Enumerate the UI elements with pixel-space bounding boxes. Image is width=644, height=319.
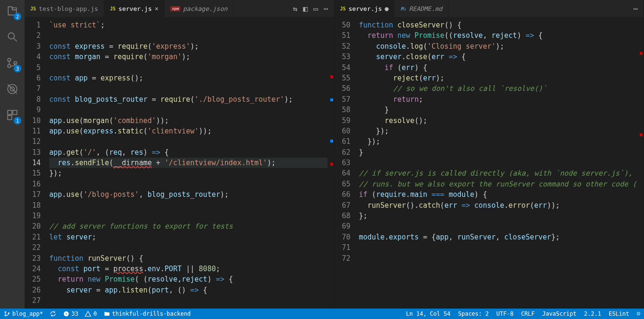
tab-server-js[interactable]: JSserver.js● xyxy=(335,0,395,17)
code-line[interactable]: // add server functions to export for te… xyxy=(49,221,327,231)
cursor-position[interactable]: Ln 14, Col 54 xyxy=(406,310,450,317)
more-icon[interactable]: ⋯ xyxy=(633,4,638,13)
code-line[interactable]: const morgan = require('morgan'); xyxy=(49,52,327,62)
sync-button[interactable] xyxy=(50,310,56,317)
tab-actions-left: ⇆ ◧ ▭ ⋯ xyxy=(293,0,334,17)
source-control-icon[interactable]: 3 xyxy=(6,57,18,71)
code-left[interactable]: `use strict`; const express = require('e… xyxy=(49,17,327,309)
code-line[interactable]: app.get('/', (req, res) => { xyxy=(49,147,327,158)
split-right-icon[interactable]: ◧ xyxy=(303,4,308,13)
code-line[interactable]: // runs. but we also export the runServe… xyxy=(359,179,637,189)
code-line[interactable]: return; xyxy=(359,94,637,105)
code-line[interactable] xyxy=(359,253,637,264)
language-mode[interactable]: JavaScript xyxy=(542,310,576,317)
line-number: 2 xyxy=(25,30,41,41)
linter-name[interactable]: ESLint xyxy=(609,310,629,317)
folder-indicator[interactable]: thinkful-drills-backend xyxy=(104,310,191,317)
code-line[interactable]: } xyxy=(359,147,637,158)
explorer-icon[interactable]: 2 xyxy=(6,5,18,18)
code-line[interactable]: }; xyxy=(359,211,637,221)
code-line[interactable]: } xyxy=(359,105,637,115)
line-number: 15 xyxy=(25,168,41,178)
code-line[interactable]: app.use(morgan('combined')); xyxy=(49,115,327,126)
code-line[interactable]: }); xyxy=(359,126,637,136)
js-icon: JS xyxy=(30,6,36,11)
line-number: 64 xyxy=(335,168,351,178)
search-icon[interactable] xyxy=(6,31,18,44)
code-line[interactable]: server.close(err => { xyxy=(359,52,637,62)
code-line[interactable]: return new Promise((resolve, reject) => … xyxy=(359,30,637,41)
code-line[interactable]: let server; xyxy=(49,232,327,242)
code-line[interactable] xyxy=(49,295,327,306)
js-icon: JS xyxy=(340,6,346,11)
minimap-right[interactable] xyxy=(637,17,644,309)
code-line[interactable] xyxy=(359,158,637,168)
debug-icon[interactable] xyxy=(6,83,18,97)
eol[interactable]: CRLF xyxy=(521,310,535,317)
book-icon[interactable]: ▭ xyxy=(313,4,318,13)
code-line[interactable]: // if server.js is called directly (aka,… xyxy=(359,168,637,178)
line-number: 19 xyxy=(25,211,41,221)
warnings-indicator[interactable]: 0 xyxy=(85,310,97,317)
code-line[interactable]: if (err) { xyxy=(359,62,637,73)
code-line[interactable]: function closeServer() { xyxy=(359,20,637,30)
code-line[interactable] xyxy=(49,136,327,147)
code-line[interactable]: res.sendFile(__dirname + '/clientview/in… xyxy=(49,158,327,168)
code-line[interactable]: if (require.main === module) { xyxy=(359,189,637,200)
code-line[interactable]: `use strict`; xyxy=(49,20,327,30)
tab-server-js[interactable]: JSserver.js× xyxy=(104,0,165,17)
code-line[interactable] xyxy=(49,62,327,73)
line-number: 52 xyxy=(335,41,351,52)
indentation[interactable]: Spaces: 2 xyxy=(458,310,489,317)
code-line[interactable]: function runServer() { xyxy=(49,253,327,264)
code-line[interactable] xyxy=(359,242,637,253)
more-icon[interactable]: ⋯ xyxy=(324,4,328,13)
code-line[interactable]: reject(err); xyxy=(359,73,637,83)
code-line[interactable]: return new Promise( (resolve,reject) => … xyxy=(49,274,327,284)
compare-icon[interactable]: ⇆ xyxy=(293,4,298,13)
npm-icon: npm xyxy=(170,6,180,11)
line-number: 26 xyxy=(25,285,41,295)
code-line[interactable] xyxy=(49,242,327,253)
code-line[interactable]: runServer().catch(err => console.error(e… xyxy=(359,200,637,211)
tab-package-json[interactable]: npmpackage.json xyxy=(165,0,233,17)
tab-label: server.js xyxy=(349,5,382,12)
code-line[interactable]: }); xyxy=(49,168,327,178)
code-line[interactable]: console.log('Closing server'); xyxy=(359,41,637,52)
line-number: 50 xyxy=(335,20,351,30)
code-right[interactable]: function closeServer() { return new Prom… xyxy=(359,17,637,309)
code-line[interactable] xyxy=(49,211,327,221)
code-line[interactable]: const express = require('express'); xyxy=(49,41,327,52)
code-line[interactable] xyxy=(49,83,327,94)
line-number: 70 xyxy=(335,232,351,242)
feedback-icon[interactable]: ☺ xyxy=(637,310,640,317)
code-line[interactable]: app.use(express.static('clientview')); xyxy=(49,126,327,136)
encoding[interactable]: UTF-8 xyxy=(496,310,513,317)
tab-test-blog-app-js[interactable]: JStest-blog-app.js xyxy=(25,0,104,17)
code-line[interactable]: const blog_posts_router = require('./blo… xyxy=(49,94,327,105)
minimap-left[interactable] xyxy=(327,17,334,309)
close-icon[interactable]: × xyxy=(155,5,159,12)
code-line[interactable] xyxy=(359,221,637,231)
branch-indicator[interactable]: blog_app* xyxy=(4,310,43,317)
code-line[interactable] xyxy=(49,179,327,189)
line-number: 5 xyxy=(25,62,41,73)
code-line[interactable]: server = app.listen(port, () => { xyxy=(49,285,327,295)
code-line[interactable] xyxy=(49,105,327,115)
line-number: 67 xyxy=(335,200,351,211)
extensions-icon[interactable]: 1 xyxy=(6,109,18,123)
code-line[interactable]: }); xyxy=(359,136,637,147)
code-line[interactable]: const app = express(); xyxy=(49,73,327,83)
errors-indicator[interactable]: x 33 xyxy=(63,310,78,317)
code-line[interactable]: module.exports = {app, runServer, closeS… xyxy=(359,232,637,242)
code-line[interactable]: // so we don't also call `resolve()` xyxy=(359,83,637,94)
extension-version[interactable]: 2.2.1 xyxy=(584,310,601,317)
tab-README-md[interactable]: M↓README.md xyxy=(395,0,449,17)
line-number: 61 xyxy=(335,136,351,147)
code-line[interactable]: resolve(); xyxy=(359,115,637,126)
code-line[interactable] xyxy=(49,200,327,211)
code-line[interactable]: app.use('/blog-posts', blog_posts_router… xyxy=(49,189,327,200)
code-line[interactable] xyxy=(49,30,327,41)
code-line[interactable]: const port = process.env.PORT || 8080; xyxy=(49,264,327,274)
dirty-indicator: ● xyxy=(385,5,388,12)
